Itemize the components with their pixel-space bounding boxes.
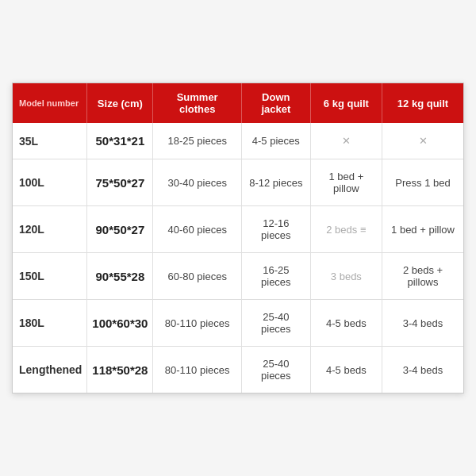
size-cell: 75*50*27 [87, 159, 153, 206]
model-cell: 180L [13, 300, 87, 347]
model-cell: Lengthened [13, 347, 87, 393]
down-cell: 25-40 pieces [241, 300, 310, 347]
summer-cell: 80-110 pieces [153, 347, 242, 393]
table-row: 120L90*50*2740-60 pieces12-16 pieces2 be… [13, 206, 463, 253]
col-down-header: Down jacket [241, 83, 310, 123]
summer-cell: 18-25 pieces [153, 123, 242, 159]
kg12-cell: Press 1 bed [382, 159, 463, 206]
comparison-table: Model number Size (cm) Summer clothes Do… [12, 83, 464, 393]
kg6-cell: 1 bed + pillow [310, 159, 382, 206]
table-row: 180L100*60*3080-110 pieces25-40 pieces4-… [13, 300, 463, 347]
down-cell: 25-40 pieces [241, 347, 310, 393]
table-row: 150L90*55*2860-80 pieces16-25 pieces3 be… [13, 253, 463, 300]
col-6kg-header: 6 kg quilt [310, 83, 382, 123]
summer-cell: 60-80 pieces [153, 253, 242, 300]
kg12-cell: 3-4 beds [382, 300, 463, 347]
col-summer-header: Summer clothes [153, 83, 242, 123]
model-cell: 35L [13, 123, 87, 159]
kg12-cell: 1 bed + pillow [382, 206, 463, 253]
model-cell: 150L [13, 253, 87, 300]
size-cell: 90*50*27 [87, 206, 153, 253]
kg6-cell: 2 beds ≡ [310, 206, 382, 253]
kg12-cell: 2 beds + pillows [382, 253, 463, 300]
down-cell: 16-25 pieces [241, 253, 310, 300]
down-cell: 12-16 pieces [241, 206, 310, 253]
down-cell: 8-12 pieces [241, 159, 310, 206]
kg6-cell: 4-5 beds [310, 347, 382, 393]
col-size-header: Size (cm) [87, 83, 153, 123]
kg12-cell: 3-4 beds [382, 347, 463, 393]
summer-cell: 80-110 pieces [153, 300, 242, 347]
down-cell: 4-5 pieces [241, 123, 310, 159]
kg6-cell: 4-5 beds [310, 300, 382, 347]
kg12-cell: ✕ [382, 123, 463, 159]
size-cell: 100*60*30 [87, 300, 153, 347]
size-cell: 50*31*21 [87, 123, 153, 159]
kg6-cell: 3 beds [310, 253, 382, 300]
table-row: Lengthened118*50*2880-110 pieces25-40 pi… [13, 347, 463, 393]
table-header-row: Model number Size (cm) Summer clothes Do… [13, 83, 463, 123]
model-cell: 120L [13, 206, 87, 253]
col-model-header: Model number [13, 83, 87, 123]
model-cell: 100L [13, 159, 87, 206]
summer-cell: 30-40 pieces [153, 159, 242, 206]
table-row: 100L75*50*2730-40 pieces8-12 pieces1 bed… [13, 159, 463, 206]
table-row: 35L50*31*2118-25 pieces4-5 pieces✕✕ [13, 123, 463, 159]
size-cell: 118*50*28 [87, 347, 153, 393]
col-12kg-header: 12 kg quilt [382, 83, 463, 123]
summer-cell: 40-60 pieces [153, 206, 242, 253]
kg6-cell: ✕ [310, 123, 382, 159]
size-cell: 90*55*28 [87, 253, 153, 300]
